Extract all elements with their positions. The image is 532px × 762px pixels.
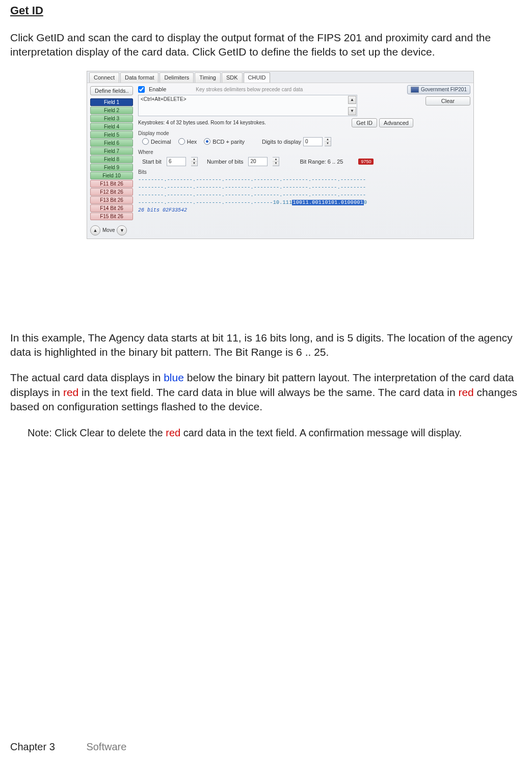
digits-input[interactable]: 0	[303, 137, 323, 146]
digits-label: Digits to display	[262, 139, 301, 145]
enable-label: Enable	[149, 86, 166, 92]
field-item[interactable]: Field 10	[90, 172, 133, 179]
note-paragraph: Note: Click Clear to delete the red card…	[28, 427, 522, 439]
num-bits-label: Number of bits	[207, 159, 244, 165]
footer-section: Software	[86, 741, 126, 752]
sidebar: Define fields.. Field 1 Field 2 Field 3 …	[87, 83, 136, 239]
footer-chapter: Chapter 3	[10, 741, 55, 752]
tab-chuid[interactable]: CHUID	[244, 72, 271, 83]
intro-paragraph: Click GetID and scan the card to display…	[10, 31, 522, 60]
bits-row: --------.--------.--------.--------.----…	[138, 176, 469, 183]
field-item[interactable]: Field 2	[90, 107, 133, 114]
scroll-down-icon[interactable]: ▼	[348, 107, 356, 115]
field-item[interactable]: F15 Bit 26	[90, 213, 133, 220]
radio-decimal-label: Decimal	[151, 139, 171, 145]
scroll-up-icon[interactable]: ▲	[348, 96, 356, 104]
bit-range-label: Bit Range: 6 .. 25	[300, 159, 343, 165]
clear-button[interactable]: Clear	[425, 96, 470, 106]
define-fields-button[interactable]: Define fields..	[90, 86, 133, 95]
field-item[interactable]: F12 Bit 26	[90, 188, 133, 196]
screenshot-figure: Connect Data format Delimiters Timing SD…	[87, 71, 522, 239]
radio-decimal[interactable]	[142, 138, 149, 145]
field-item[interactable]: Field 1	[90, 98, 133, 106]
keystroke-textarea[interactable]: <Ctrl+Alt+DELETE> ▲ ▼	[138, 95, 357, 116]
gov-chip-label: Government FIP201	[421, 87, 467, 92]
move-up-button[interactable]: ▲	[90, 225, 100, 235]
move-label: Move	[102, 227, 115, 233]
blue-word: blue	[164, 372, 184, 383]
radio-hex[interactable]	[178, 138, 185, 145]
start-bit-input[interactable]: 6	[167, 157, 186, 166]
start-bit-label: Start bit	[142, 159, 162, 165]
field-item[interactable]: Field 9	[90, 164, 133, 171]
radio-bcd-label: BCD + parity	[212, 139, 245, 145]
num-bits-spinner[interactable]: ▲▼	[273, 157, 279, 166]
start-bit-spinner[interactable]: ▲▼	[191, 157, 198, 166]
tab-sdk[interactable]: SDK	[222, 72, 243, 83]
flag-icon	[411, 87, 419, 93]
red-flag: 9750	[358, 159, 374, 165]
colors-paragraph: The actual card data displays in blue be…	[10, 371, 522, 414]
red-word: red	[63, 386, 78, 398]
field-item[interactable]: Field 6	[90, 139, 133, 147]
field-item[interactable]: F11 Bit 26	[90, 180, 133, 188]
example-paragraph: In this example, The Agency data starts …	[10, 331, 522, 360]
field-item[interactable]: F14 Bit 26	[90, 204, 133, 212]
bits-row: --------.--------.--------.--------.----…	[138, 191, 469, 199]
bits-highlight: 10011.00110101.0100001	[292, 200, 364, 205]
government-fip201-chip[interactable]: Government FIP201	[407, 85, 470, 94]
field-item[interactable]: Field 8	[90, 155, 133, 163]
app-window: Connect Data format Delimiters Timing SD…	[87, 71, 474, 239]
advanced-button[interactable]: Advanced	[379, 118, 413, 127]
bits-caption: 26 bits 02F33542	[138, 207, 469, 213]
tab-connect[interactable]: Connect	[89, 72, 119, 83]
tab-timing[interactable]: Timing	[195, 72, 221, 83]
field-item[interactable]: Field 3	[90, 115, 133, 122]
delimiter-note: Key strokes delimiters below precede car…	[196, 87, 303, 92]
page-footer: Chapter 3 Software	[10, 741, 126, 753]
field-item[interactable]: Field 7	[90, 147, 133, 155]
field-item[interactable]: F13 Bit 26	[90, 196, 133, 204]
bits-row-highlighted: --------.--------.--------.--------.----…	[138, 199, 469, 206]
keystroke-info: Keystrokes: 4 of 32 bytes used. Room for…	[138, 120, 266, 125]
where-label: Where	[138, 149, 469, 155]
field-item[interactable]: Field 5	[90, 131, 133, 139]
main-panel: Government FIP201 Clear Enable Key strok…	[136, 83, 473, 239]
bits-row: --------.--------.--------.--------.----…	[138, 183, 469, 191]
bits-area: --------.--------.--------.--------.----…	[138, 176, 469, 206]
display-mode-label: Display mode	[138, 130, 469, 136]
red-word: red	[458, 386, 473, 398]
num-bits-input[interactable]: 20	[248, 157, 268, 166]
tab-delimiters[interactable]: Delimiters	[159, 72, 194, 83]
radio-bcd[interactable]	[204, 138, 210, 145]
tab-data-format[interactable]: Data format	[120, 72, 158, 83]
field-list: Field 1 Field 2 Field 3 Field 4 Field 5 …	[90, 98, 133, 220]
radio-hex-label: Hex	[187, 139, 197, 145]
enable-checkbox[interactable]	[138, 86, 145, 93]
move-down-button[interactable]: ▼	[117, 225, 127, 235]
get-id-button[interactable]: Get ID	[352, 118, 377, 127]
field-item[interactable]: Field 4	[90, 123, 133, 130]
bits-label: Bits	[138, 169, 469, 175]
digits-spinner[interactable]: ▲▼	[325, 137, 331, 146]
keystroke-text: <Ctrl+Alt+DELETE>	[141, 96, 186, 102]
red-word: red	[166, 427, 180, 438]
section-heading: Get ID	[10, 4, 522, 17]
tab-strip: Connect Data format Delimiters Timing SD…	[87, 71, 473, 83]
